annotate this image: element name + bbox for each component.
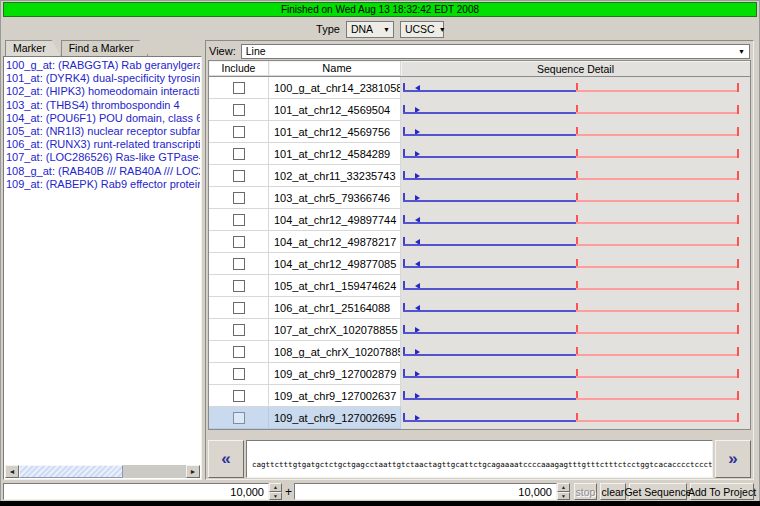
include-checkbox[interactable] <box>233 214 245 226</box>
marker-list-item[interactable]: 109_at: (RABEPK) Rab9 effector protein w… <box>6 178 200 191</box>
sequence-end-tick <box>737 237 739 246</box>
include-checkbox[interactable] <box>233 302 245 314</box>
marker-list-item[interactable]: 105_at: (NR1I3) nuclear receptor subfami… <box>6 125 200 138</box>
row-name: 109_at_chr9_127002637 <box>269 385 401 407</box>
table-row[interactable]: 103_at_chr5_79366746 <box>209 187 750 209</box>
include-checkbox[interactable] <box>233 104 245 116</box>
scrollbar-thumb[interactable] <box>19 465 123 478</box>
sequence-next-button[interactable]: » <box>715 440 751 478</box>
sequence-detail-graphic <box>401 143 750 165</box>
marker-list-item[interactable]: 103_at: (THBS4) thrombospondin 4 <box>6 99 200 112</box>
get-sequence-button[interactable]: Get Sequence <box>629 483 687 500</box>
spin-up-icon[interactable]: ▲ <box>557 483 570 492</box>
include-cell <box>209 99 269 121</box>
include-checkbox[interactable] <box>233 170 245 182</box>
include-checkbox[interactable] <box>233 82 245 94</box>
table-row[interactable]: 109_at_chr9_127002879 <box>209 363 750 385</box>
include-checkbox[interactable] <box>233 412 245 424</box>
upstream-line <box>403 178 576 180</box>
include-checkbox[interactable] <box>233 258 245 270</box>
upstream-line <box>403 200 576 202</box>
row-name: 106_at_chr1_25164088 <box>269 297 401 319</box>
add-to-project-button[interactable]: Add To Project <box>690 483 754 500</box>
marker-list-item[interactable]: 107_at: (LOC286526) Ras-like GTPase-like <box>6 151 200 164</box>
table-row[interactable]: 104_at_chr12_49877085 <box>209 253 750 275</box>
marker-list-item[interactable]: 108_g_at: (RAB40B /// RAB40A /// LOC2865… <box>6 165 200 178</box>
downstream-length-field[interactable]: 10,000 <box>294 483 557 500</box>
table-row[interactable]: 102_at_chr11_33235743 <box>209 165 750 187</box>
scroll-left-icon[interactable]: ◄ <box>5 465 19 478</box>
sequence-detail-graphic <box>401 187 750 209</box>
row-name: 104_at_chr12_49878217 <box>269 231 401 253</box>
type-select[interactable]: DNA ▼ <box>346 21 394 38</box>
include-checkbox[interactable] <box>233 236 245 248</box>
spin-down-icon[interactable]: ▼ <box>269 492 282 501</box>
table-row[interactable]: 108_g_at_chrX_102078855 <box>209 341 750 363</box>
sequence-end-tick <box>737 171 739 180</box>
view-select[interactable]: Line ▼ <box>241 44 750 59</box>
column-header-sequence-detail[interactable]: Sequence Detail <box>401 61 750 76</box>
sequence-text-view[interactable]: cagttctttgtgatgctctgctgagcctaattgtctaact… <box>246 440 713 478</box>
clear-button[interactable]: clear <box>600 483 626 500</box>
table-header: Include Name Sequence Detail <box>209 61 750 77</box>
include-checkbox[interactable] <box>233 368 245 380</box>
marker-panel-tab[interactable]: Marker <box>5 40 61 56</box>
marker-list-item[interactable]: 102_at: (HIPK3) homeodomain interacting … <box>6 85 200 98</box>
sequence-detail-graphic <box>401 77 750 99</box>
marker-list-box: 100_g_at: (RABGGTA) Rab geranylgeranyltr… <box>3 56 202 480</box>
include-cell <box>209 143 269 165</box>
status-text: Finished on Wed Aug 13 18:32:42 EDT 2008 <box>281 4 479 15</box>
sequence-detail-graphic <box>401 385 750 407</box>
table-row[interactable]: 101_at_chr12_4569756 <box>209 121 750 143</box>
table-row[interactable]: 107_at_chrX_102078855 <box>209 319 750 341</box>
marker-list-item[interactable]: 100_g_at: (RABGGTA) Rab geranylgeranyltr… <box>6 59 200 72</box>
table-row[interactable]: 109_at_chr9_127002637 <box>209 385 750 407</box>
table-row[interactable]: 106_at_chr1_25164088 <box>209 297 750 319</box>
marker-list-hscrollbar: ◄ ► <box>5 465 200 478</box>
upstream-line <box>403 112 576 114</box>
downstream-line <box>576 90 740 92</box>
column-header-include[interactable]: Include <box>209 61 269 76</box>
table-row[interactable]: 101_at_chr12_4569504 <box>209 99 750 121</box>
downstream-line <box>576 156 740 158</box>
upstream-length-field[interactable]: 10,000 <box>3 483 269 500</box>
table-row[interactable]: 104_at_chr12_49897744 <box>209 209 750 231</box>
include-checkbox[interactable] <box>233 280 245 292</box>
include-checkbox[interactable] <box>233 324 245 336</box>
chevron-down-icon: ▼ <box>383 26 391 33</box>
upstream-line <box>403 222 576 224</box>
downstream-line <box>576 222 740 224</box>
marker-list-item[interactable]: 106_at: (RUNX3) runt-related transcripti… <box>6 138 200 151</box>
sequence-detail-graphic <box>401 341 750 363</box>
source-select[interactable]: UCSC ▼ <box>400 21 444 38</box>
marker-list-item[interactable]: 104_at: (POU6F1) POU domain, class 6, tr… <box>6 112 200 125</box>
scroll-right-icon[interactable]: ► <box>186 465 200 478</box>
downstream-line <box>576 134 740 136</box>
stop-button[interactable]: stop <box>574 483 597 500</box>
sequence-end-tick <box>737 83 739 92</box>
spin-down-icon[interactable]: ▼ <box>557 492 570 501</box>
include-checkbox[interactable] <box>233 390 245 402</box>
table-row[interactable]: 104_at_chr12_49878217 <box>209 231 750 253</box>
table-row[interactable]: 101_at_chr12_4584289 <box>209 143 750 165</box>
marker-panel-tab[interactable]: Find a Marker <box>61 40 149 56</box>
marker-list-item[interactable]: 101_at: (DYRK4) dual-specificity tyrosin… <box>6 72 200 85</box>
scrollbar-track[interactable] <box>19 465 186 478</box>
downstream-line <box>576 288 740 290</box>
table-row[interactable]: 109_at_chr9_127002695 <box>209 407 750 429</box>
include-cell <box>209 209 269 231</box>
include-checkbox[interactable] <box>233 126 245 138</box>
sequence-table: Include Name Sequence Detail 100_g_at_ch… <box>208 60 751 430</box>
row-name: 103_at_chr5_79366746 <box>269 187 401 209</box>
include-checkbox[interactable] <box>233 346 245 358</box>
column-header-name[interactable]: Name <box>269 61 401 76</box>
include-checkbox[interactable] <box>233 192 245 204</box>
include-checkbox[interactable] <box>233 148 245 160</box>
sequence-prev-button[interactable]: « <box>208 440 244 478</box>
table-row[interactable]: 100_g_at_chr14_23810583 <box>209 77 750 99</box>
sequence-end-tick <box>737 391 739 400</box>
spin-up-icon[interactable]: ▲ <box>269 483 282 492</box>
sequence-end-tick <box>737 413 739 422</box>
table-row[interactable]: 105_at_chr1_159474624 <box>209 275 750 297</box>
sequence-end-tick <box>737 347 739 356</box>
